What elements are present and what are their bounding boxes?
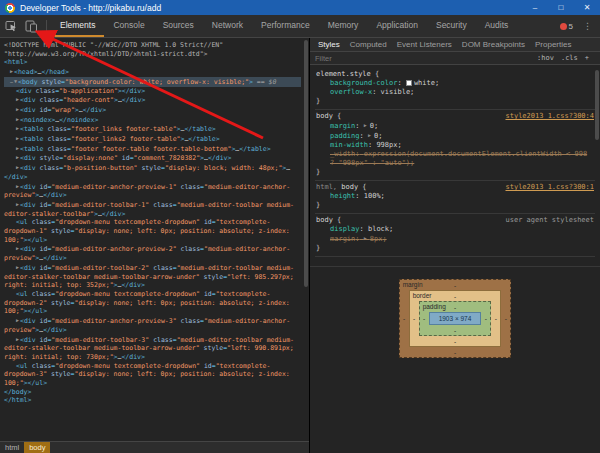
dom-tree-line[interactable]: <div class="b-application"></div> <box>4 87 301 96</box>
styles-scrollbar[interactable] <box>594 68 600 453</box>
dom-tree-line[interactable]: <ul class="dropdown-menu textcomplete-dr… <box>4 290 301 316</box>
dom-tree-line[interactable]: ▶<div class="b-position-button" style="d… <box>4 163 301 181</box>
css-property[interactable]: overflow-x: visible; <box>316 88 594 97</box>
window-title-bar: Developer Tools - http://pikabu.ru/add –… <box>0 0 600 15</box>
dom-tree-line[interactable]: ▶<div class="header-cont">…</div> <box>4 95 301 105</box>
collapsed-arrow-icon[interactable]: ▶ <box>16 201 19 207</box>
more-menu-icon[interactable]: ⋮ <box>578 21 597 31</box>
collapsed-arrow-icon[interactable]: ▶ <box>16 264 19 270</box>
device-toolbar-button[interactable] <box>21 15 42 37</box>
expanded-arrow-icon[interactable]: ▼ <box>14 78 17 84</box>
sidebar-tab-event-listeners[interactable]: Event Listeners <box>392 40 457 49</box>
tab-performance[interactable]: Performance <box>252 15 319 37</box>
breadcrumb-item-body[interactable]: body <box>24 442 50 453</box>
dom-tree-line[interactable]: ▶<div id="medium-editor-toolbar-3" class… <box>4 335 301 362</box>
tab-memory[interactable]: Memory <box>319 15 368 37</box>
dom-tree-line[interactable]: ▶<div id="medium-editor-anchor-preview-3… <box>4 316 301 334</box>
collapsed-arrow-icon[interactable]: ▶ <box>16 125 19 131</box>
breadcrumb: htmlbody <box>0 441 309 453</box>
css-property[interactable]: height: 100%; <box>316 192 594 201</box>
tab-sources[interactable]: Sources <box>154 15 203 37</box>
css-rule: style2013_1.css?300:4body {margin: ▶ 0;p… <box>315 110 595 181</box>
collapsed-arrow-icon[interactable]: ▶ <box>16 183 19 189</box>
inspect-cursor-icon <box>5 20 17 32</box>
css-property[interactable]: margin: ▶ 8px; <box>316 234 594 244</box>
color-swatch[interactable] <box>406 80 412 86</box>
sidebar-tab-styles[interactable]: Styles <box>313 40 345 49</box>
sidebar-tab-computed[interactable]: Computed <box>345 40 392 49</box>
tab-elements[interactable]: Elements <box>51 15 104 37</box>
css-property[interactable]: display: block; <box>316 225 594 234</box>
collapsed-arrow-icon[interactable]: ▶ <box>16 145 19 151</box>
css-rule: style2013_1.css?300:1html, body {height:… <box>315 181 595 214</box>
dom-tree-line[interactable]: <!DOCTYPE html PUBLIC "-//W3C//DTD XHTML… <box>4 41 301 58</box>
border-label: border <box>413 292 432 299</box>
minimize-button[interactable]: – <box>522 0 548 15</box>
window-controls: –□✕ <box>522 0 600 15</box>
css-property[interactable]: margin: ▶ 0; <box>316 121 594 131</box>
collapsed-arrow-icon[interactable]: ▶ <box>16 106 19 112</box>
dom-tree-line[interactable]: ▶<noindex>…</noindex> <box>4 115 301 125</box>
style-filter-input[interactable]: Filter <box>315 54 537 63</box>
rule-selector: html, <box>316 183 337 191</box>
box-model-padding: padding - - 1903 × 974 - - <box>419 301 492 336</box>
dom-tree-line[interactable]: ▶<table class="footer footer-table foote… <box>4 144 301 154</box>
box-model-margin: margin - - border - - padding - - 1903 ×… <box>399 279 512 358</box>
collapsed-arrow-icon[interactable]: ▶ <box>10 68 13 74</box>
dom-tree-line[interactable]: ▶<div style="display:none" id="comment_7… <box>4 153 301 163</box>
dom-tree-line[interactable]: ▶<div id="medium-editor-toolbar-1" class… <box>4 200 301 218</box>
collapsed-arrow-icon[interactable]: ▶ <box>16 154 19 160</box>
toggle--cls[interactable]: .cls <box>561 54 578 62</box>
close-button[interactable]: ✕ <box>574 0 600 15</box>
rule-selector: body <box>316 112 333 120</box>
dom-tree-line[interactable]: ▶<head>…</head> <box>4 67 301 77</box>
stylesheet-link[interactable]: style2013_1.css?300:1 <box>505 183 594 192</box>
collapsed-arrow-icon[interactable]: ▶ <box>16 336 19 342</box>
css-property[interactable]: _width: expression(document.documentElem… <box>316 150 594 168</box>
window-title: Developer Tools - http://pikabu.ru/add <box>20 3 161 13</box>
css-property[interactable]: min-width: 998px; <box>316 141 594 150</box>
maximize-button[interactable]: □ <box>548 0 574 15</box>
collapsed-arrow-icon[interactable]: ▶ <box>16 317 19 323</box>
dom-tree-line[interactable]: ▶<table class="footer_links footer-table… <box>4 124 301 134</box>
elements-panel: <!DOCTYPE html PUBLIC "-//W3C//DTD XHTML… <box>0 38 310 453</box>
tab-console[interactable]: Console <box>104 15 153 37</box>
toggle--[interactable]: + <box>585 54 589 62</box>
dom-tree-line[interactable]: </body> <box>4 388 301 397</box>
css-property[interactable]: padding: ▶ 0; <box>316 131 594 141</box>
error-badge[interactable]: 5 <box>555 22 578 31</box>
rule-selector: body <box>337 183 358 191</box>
dom-tree-line[interactable]: ▶<div id="medium-editor-anchor-preview-2… <box>4 244 301 262</box>
elements-scrollbar[interactable] <box>303 40 309 439</box>
inspect-element-button[interactable] <box>0 15 21 37</box>
collapsed-arrow-icon[interactable]: ▶ <box>16 96 19 102</box>
dom-tree-line[interactable]: ▶<div id="medium-editor-anchor-preview-1… <box>4 182 301 200</box>
dom-tree: <!DOCTYPE html PUBLIC "-//W3C//DTD XHTML… <box>0 38 309 441</box>
sidebar-tab-dom-breakpoints[interactable]: DOM Breakpoints <box>457 40 530 49</box>
dom-tree-line[interactable]: <html> <box>4 58 301 67</box>
sidebar-tab-properties[interactable]: Properties <box>530 40 576 49</box>
dom-tree-line[interactable]: ▶<table class="footer_links2 footer-tabl… <box>4 134 301 144</box>
dom-tree-line[interactable]: <ul class="dropdown-menu textcomplete-dr… <box>4 362 301 388</box>
collapsed-arrow-icon[interactable]: ▶ <box>16 164 19 170</box>
dom-tree-line[interactable]: ⋯▼<body style="background-color: white; … <box>4 77 301 87</box>
box-model-section: margin - - border - - padding - - 1903 ×… <box>310 266 600 358</box>
sidebar-tabs: StylesComputedEvent ListenersDOM Breakpo… <box>310 38 600 52</box>
error-dot-icon <box>560 23 567 30</box>
collapsed-arrow-icon[interactable]: ▶ <box>16 245 19 251</box>
collapsed-arrow-icon[interactable]: ▶ <box>16 116 19 122</box>
tab-security[interactable]: Security <box>427 15 476 37</box>
tab-application[interactable]: Application <box>367 15 427 37</box>
tab-network[interactable]: Network <box>203 15 252 37</box>
tab-audits[interactable]: Audits <box>476 15 518 37</box>
dom-tree-line[interactable]: <ul class="dropdown-menu textcomplete-dr… <box>4 218 301 244</box>
breadcrumb-item-html[interactable]: html <box>0 442 24 453</box>
stylesheet-link[interactable]: style2013_1.css?300:4 <box>505 112 594 121</box>
dom-tree-line[interactable]: ▶<div id="wrap">…</div> <box>4 105 301 115</box>
css-property[interactable]: background-color: white; <box>316 79 594 88</box>
toggle--hov[interactable]: :hov <box>537 54 554 62</box>
box-model-border: border - - padding - - 1903 × 974 - - - … <box>409 290 502 347</box>
dom-tree-line[interactable]: ▶<div id="medium-editor-toolbar-2" class… <box>4 263 301 290</box>
collapsed-arrow-icon[interactable]: ▶ <box>16 135 19 141</box>
dom-tree-line[interactable]: </html> <box>4 396 301 405</box>
